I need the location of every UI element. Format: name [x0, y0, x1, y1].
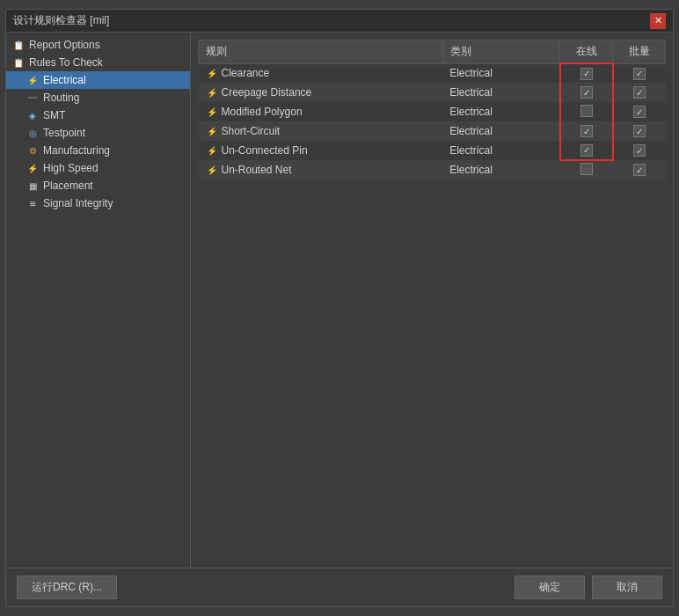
table-row: ⚡Un-Connected PinElectrical [199, 141, 666, 160]
sidebar-item-rules-to-check[interactable]: 📋Rules To Check [6, 54, 190, 71]
rule-icon: ⚡ [206, 106, 218, 118]
table-row: ⚡Modified PolygonElectrical [199, 102, 666, 121]
rule-name-label: Short-Circuit [222, 125, 281, 137]
smt-icon: ◈ [26, 108, 40, 122]
sidebar-item-smt[interactable]: ◈SMT [6, 106, 190, 124]
col-header-category: 类别 [442, 40, 559, 64]
high-speed-icon: ⚡ [26, 161, 40, 175]
batch-checkbox[interactable] [633, 106, 646, 118]
table-row: ⚡ClearanceElectrical [199, 63, 666, 83]
rule-icon: ⚡ [206, 144, 218, 157]
sidebar-item-manufacturing[interactable]: ⚙Manufacturing [6, 142, 190, 159]
sidebar-label-electrical: Electrical [43, 74, 86, 86]
sidebar-label-signal-integrity: Signal Integrity [43, 197, 113, 209]
sidebar-label-smt: SMT [43, 109, 65, 121]
manufacturing-icon: ⚙ [26, 143, 40, 158]
batch-cell[interactable] [613, 83, 666, 102]
online-checkbox[interactable] [580, 86, 593, 99]
table-area: 规则 类别 在线 批量 ⚡ClearanceElectrical⚡Creepag… [191, 33, 673, 568]
sidebar-item-report-options[interactable]: 📋Report Options [6, 36, 190, 54]
report-options-icon: 📋 [11, 38, 26, 52]
batch-checkbox[interactable] [633, 125, 646, 137]
online-cell[interactable] [560, 160, 613, 180]
rule-icon: ⚡ [206, 125, 218, 137]
batch-cell[interactable] [613, 160, 666, 180]
confirm-button[interactable]: 确定 [515, 576, 585, 599]
category-cell: Electrical [442, 102, 559, 121]
online-checkbox[interactable] [580, 163, 593, 175]
rule-name-label: Creepage Distance [222, 86, 312, 99]
sidebar-label-high-speed: High Speed [43, 162, 99, 174]
placement-icon: ▦ [26, 179, 40, 193]
signal-integrity-icon: ≋ [26, 196, 40, 210]
online-checkbox[interactable] [580, 105, 593, 117]
electrical-icon: ⚡ [26, 73, 40, 87]
sidebar-label-routing: Routing [43, 92, 79, 104]
online-cell[interactable] [560, 141, 613, 160]
rules-to-check-icon: 📋 [11, 55, 26, 70]
sidebar-label-manufacturing: Manufacturing [43, 144, 110, 157]
col-header-rule: 规则 [199, 40, 443, 64]
rule-name-cell: ⚡Short-Circuit [199, 121, 443, 141]
online-cell[interactable] [560, 121, 613, 141]
online-cell[interactable] [560, 83, 613, 102]
rule-icon: ⚡ [206, 67, 218, 79]
rule-name-label: Un-Connected Pin [222, 144, 308, 157]
batch-checkbox[interactable] [633, 164, 646, 176]
sidebar-label-testpoint: Testpoint [43, 127, 85, 139]
main-area: 规则 类别 在线 批量 ⚡ClearanceElectrical⚡Creepag… [191, 33, 673, 568]
rule-name-cell: ⚡Clearance [199, 63, 443, 83]
rule-name-label: Clearance [222, 67, 270, 79]
sidebar: 📋Report Options📋Rules To Check⚡Electrica… [6, 33, 191, 568]
online-checkbox[interactable] [580, 125, 593, 137]
category-cell: Electrical [442, 141, 559, 160]
online-checkbox[interactable] [580, 68, 593, 80]
routing-icon: 〰 [26, 91, 40, 105]
rule-name-cell: ⚡Modified Polygon [199, 102, 443, 121]
category-cell: Electrical [442, 121, 559, 141]
table-row: ⚡Creepage DistanceElectrical [199, 83, 666, 102]
sidebar-item-testpoint[interactable]: ◎Testpoint [6, 124, 190, 142]
sidebar-item-electrical[interactable]: ⚡Electrical [6, 71, 190, 89]
batch-cell[interactable] [613, 121, 666, 141]
rule-name-label: Un-Routed Net [222, 164, 292, 176]
batch-cell[interactable] [613, 141, 666, 160]
rule-name-label: Modified Polygon [222, 106, 303, 118]
batch-checkbox[interactable] [633, 68, 646, 80]
main-window: 设计规则检查器 [mil] ✕ 📋Report Options📋Rules To… [5, 9, 674, 607]
window-title: 设计规则检查器 [mil] [13, 13, 109, 28]
col-header-batch: 批量 [613, 40, 666, 64]
rules-table: 规则 类别 在线 批量 ⚡ClearanceElectrical⚡Creepag… [198, 40, 666, 180]
rule-name-cell: ⚡Un-Connected Pin [199, 141, 443, 160]
titlebar: 设计规则检查器 [mil] ✕ [6, 10, 673, 33]
batch-cell[interactable] [613, 102, 666, 121]
table-row: ⚡Un-Routed NetElectrical [199, 160, 666, 180]
testpoint-icon: ◎ [26, 126, 40, 140]
sidebar-item-routing[interactable]: 〰Routing [6, 89, 190, 106]
sidebar-label-placement: Placement [43, 180, 93, 192]
content-area: 📋Report Options📋Rules To Check⚡Electrica… [6, 33, 673, 568]
online-checkbox[interactable] [580, 144, 593, 157]
run-drc-button[interactable]: 运行DRC (R)... [17, 576, 117, 599]
sidebar-item-signal-integrity[interactable]: ≋Signal Integrity [6, 194, 190, 212]
online-cell[interactable] [560, 63, 613, 83]
sidebar-label-rules-to-check: Rules To Check [29, 56, 103, 69]
batch-checkbox[interactable] [633, 86, 646, 99]
close-button[interactable]: ✕ [650, 13, 666, 29]
footer-right: 确定 取消 [515, 576, 662, 599]
category-cell: Electrical [442, 83, 559, 102]
batch-cell[interactable] [613, 63, 666, 83]
category-cell: Electrical [442, 160, 559, 180]
col-header-online: 在线 [560, 40, 613, 64]
sidebar-label-report-options: Report Options [29, 39, 100, 51]
sidebar-item-placement[interactable]: ▦Placement [6, 177, 190, 194]
rule-icon: ⚡ [206, 86, 218, 99]
sidebar-item-high-speed[interactable]: ⚡High Speed [6, 159, 190, 177]
rule-icon: ⚡ [206, 164, 218, 176]
online-cell[interactable] [560, 102, 613, 121]
table-row: ⚡Short-CircuitElectrical [199, 121, 666, 141]
category-cell: Electrical [442, 63, 559, 83]
rule-name-cell: ⚡Creepage Distance [199, 83, 443, 102]
cancel-button[interactable]: 取消 [592, 576, 662, 599]
batch-checkbox[interactable] [633, 144, 646, 157]
